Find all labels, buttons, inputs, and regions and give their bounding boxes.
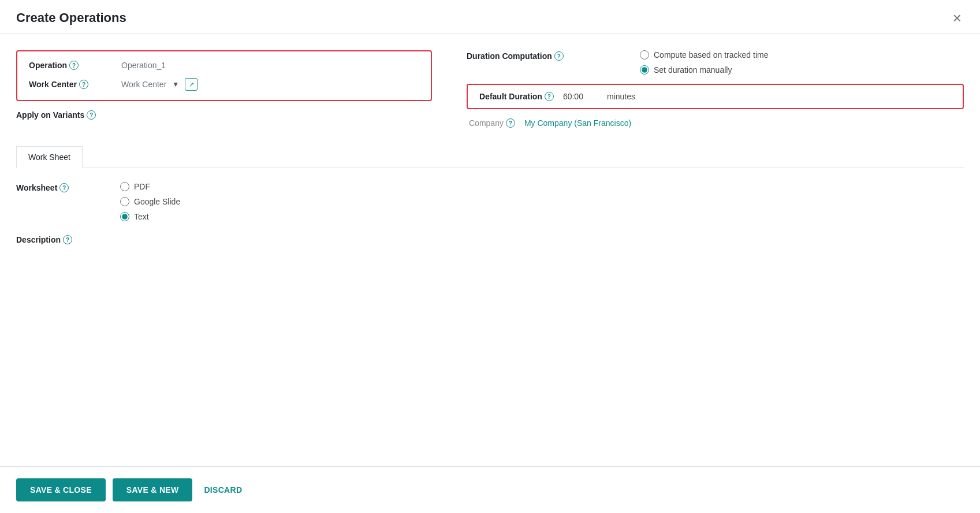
default-duration-label: Default Duration ? [479,92,554,101]
work-center-controls: Work Center ▼ ↗ [121,78,419,91]
duration-computation-options: Compute based on tracked time Set durati… [640,50,768,75]
worksheet-pdf-radio[interactable] [120,182,129,191]
default-duration-help-icon[interactable]: ? [545,92,554,101]
work-center-label: Work Center ? [29,80,121,89]
tab-work-sheet[interactable]: Work Sheet [16,146,83,168]
tabs-section: Work Sheet Worksheet ? PDF Google Slide [16,146,964,244]
chevron-down-icon: ▼ [172,80,179,88]
tab-bar: Work Sheet [16,146,964,168]
company-row: Company ? My Company (San Francisco) [467,118,964,128]
work-center-row: Work Center ? Work Center ▼ ↗ [29,78,419,91]
save-close-button[interactable]: SAVE & CLOSE [16,478,106,501]
create-operations-dialog: Create Operations × Operation ? Operatio… [0,0,980,513]
compute-based-option[interactable]: Compute based on tracked time [640,50,768,60]
operation-label: Operation ? [29,61,121,70]
set-manual-option[interactable]: Set duration manually [640,65,768,75]
default-duration-group: Default Duration ? 60:00 minutes [467,84,964,109]
worksheet-text-option[interactable]: Text [120,212,180,221]
apply-variants-help-icon[interactable]: ? [87,110,96,120]
discard-button[interactable]: DISCARD [199,478,247,501]
worksheet-google-slide-option[interactable]: Google Slide [120,197,180,206]
worksheet-text-radio[interactable] [120,212,129,221]
operation-help-icon[interactable]: ? [69,61,79,70]
top-section: Operation ? Operation_1 Work Center ? Wo… [16,50,964,128]
close-button[interactable]: × [951,10,964,25]
right-panel: Duration Computation ? Compute based on … [467,50,964,128]
worksheet-label: Worksheet ? [16,182,120,221]
company-link[interactable]: My Company (San Francisco) [524,118,631,128]
dialog-header: Create Operations × [0,0,980,34]
worksheet-options: PDF Google Slide Text [120,182,180,221]
default-duration-value: 60:00 [563,92,598,101]
work-center-dropdown-button[interactable]: ▼ [171,79,180,90]
left-panel: Operation ? Operation_1 Work Center ? Wo… [16,50,432,128]
operation-value: Operation_1 [121,61,166,70]
default-duration-unit: minutes [607,92,635,101]
operation-workcenter-group: Operation ? Operation_1 Work Center ? Wo… [16,50,432,101]
work-center-external-link[interactable]: ↗ [185,78,198,91]
duration-computation-row: Duration Computation ? Compute based on … [467,50,964,75]
set-manual-radio[interactable] [640,65,649,75]
apply-variants-row: Apply on Variants ? [16,110,432,120]
dialog-title: Create Operations [16,10,126,25]
dialog-footer: SAVE & CLOSE SAVE & NEW DISCARD [0,466,980,513]
save-new-button[interactable]: SAVE & NEW [113,478,193,501]
company-label: Company ? [469,118,515,128]
worksheet-help-icon[interactable]: ? [59,183,69,192]
external-link-icon: ↗ [189,81,194,88]
worksheet-pdf-option[interactable]: PDF [120,182,180,191]
compute-based-radio[interactable] [640,50,649,60]
worksheet-section: Worksheet ? PDF Google Slide Text [16,168,964,221]
worksheet-google-slide-radio[interactable] [120,197,129,206]
description-help-icon[interactable]: ? [63,235,72,244]
company-help-icon[interactable]: ? [506,118,515,128]
dialog-body: Operation ? Operation_1 Work Center ? Wo… [0,34,980,466]
duration-computation-help-icon[interactable]: ? [554,51,564,61]
description-section: Description ? [16,221,964,244]
duration-computation-label: Duration Computation ? [467,50,628,61]
operation-row: Operation ? Operation_1 [29,61,419,70]
work-center-value: Work Center [121,80,166,89]
description-label: Description ? [16,235,72,244]
work-center-help-icon[interactable]: ? [79,80,88,89]
